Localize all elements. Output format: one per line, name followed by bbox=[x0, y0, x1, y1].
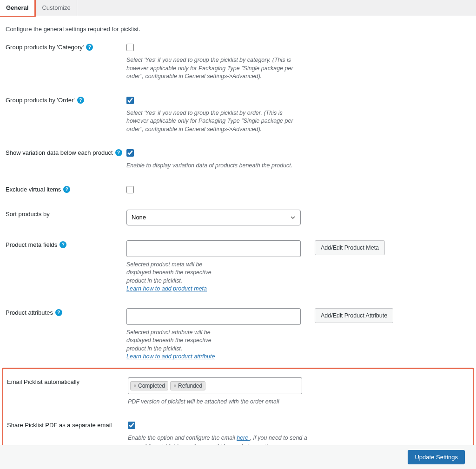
row-email-auto: Email Picklist automatically Completed R… bbox=[7, 377, 342, 406]
link-configure-email[interactable]: here bbox=[237, 435, 250, 441]
input-meta-fields[interactable] bbox=[126, 240, 301, 257]
row-variation: Show variation data below each product ?… bbox=[6, 148, 340, 170]
desc-group-order: Select 'Yes' if you need to group the pi… bbox=[126, 109, 298, 134]
help-icon[interactable]: ? bbox=[60, 241, 66, 248]
desc-variation: Enable to display variation data of prod… bbox=[126, 162, 298, 170]
checkbox-variation[interactable] bbox=[126, 149, 134, 157]
label-group-category: Group products by 'Category' ? bbox=[6, 43, 126, 51]
label-share-pdf: Share Picklist PDF as a separate email bbox=[7, 421, 128, 429]
label-meta: Product meta fields ? bbox=[6, 240, 126, 248]
row-meta: Product meta fields ? Selected product m… bbox=[6, 240, 340, 293]
checkbox-exclude-virtual[interactable] bbox=[126, 186, 134, 193]
checkbox-share-pdf[interactable] bbox=[128, 422, 135, 429]
desc-group-category: Select 'Yes' if you need to group the pi… bbox=[126, 56, 298, 81]
row-attributes: Product attributes ? Selected product at… bbox=[6, 308, 340, 361]
tab-bar: General Customize bbox=[0, 0, 476, 16]
row-exclude-virtual: Exclude virtual items ? bbox=[6, 185, 340, 195]
label-variation: Show variation data below each product ? bbox=[6, 148, 126, 156]
desc-email-auto: PDF version of picklist will be attached… bbox=[128, 398, 323, 406]
label-group-order: Group products by 'Order' ? bbox=[6, 96, 126, 104]
select-sort[interactable]: None bbox=[126, 210, 301, 225]
label-sort: Sort products by bbox=[6, 210, 126, 218]
checkbox-group-order[interactable] bbox=[126, 97, 134, 104]
help-icon[interactable]: ? bbox=[63, 186, 70, 193]
row-group-category: Group products by 'Category' ? Select 'Y… bbox=[6, 43, 340, 81]
checkbox-group-category[interactable] bbox=[126, 44, 134, 51]
row-group-order: Group products by 'Order' ? Select 'Yes'… bbox=[6, 96, 340, 134]
update-settings-button[interactable]: Update Settings bbox=[408, 450, 465, 464]
desc-meta: Selected product meta will be displayed … bbox=[126, 261, 224, 293]
tab-general[interactable]: General bbox=[0, 0, 34, 16]
intro-text: Configure the general settings required … bbox=[6, 26, 470, 33]
input-attributes[interactable] bbox=[126, 308, 301, 325]
tab-customize[interactable]: Customize bbox=[36, 0, 77, 16]
link-attributes-learn[interactable]: Learn how to add product attribute bbox=[126, 353, 215, 360]
label-email-auto: Email Picklist automatically bbox=[7, 377, 128, 385]
help-icon[interactable]: ? bbox=[77, 97, 84, 104]
input-email-statuses[interactable]: Completed Refunded bbox=[128, 377, 302, 394]
label-exclude-virtual: Exclude virtual items ? bbox=[6, 185, 126, 193]
help-icon[interactable]: ? bbox=[55, 309, 62, 316]
help-icon[interactable]: ? bbox=[115, 149, 122, 156]
tab-general-highlight: General bbox=[0, 0, 36, 17]
row-sort: Sort products by None bbox=[6, 210, 340, 225]
tag-refunded[interactable]: Refunded bbox=[170, 381, 205, 390]
tag-completed[interactable]: Completed bbox=[130, 381, 168, 390]
link-meta-learn[interactable]: Learn how to add product meta bbox=[126, 285, 207, 292]
label-attributes: Product attributes ? bbox=[6, 308, 126, 316]
settings-content: Configure the general settings required … bbox=[0, 16, 476, 469]
footer-bar: Update Settings bbox=[0, 445, 476, 469]
help-icon[interactable]: ? bbox=[86, 44, 93, 51]
add-edit-meta-button[interactable]: Add/Edit Product Meta bbox=[315, 240, 385, 255]
desc-attributes: Selected product attribute will be displ… bbox=[126, 329, 224, 361]
add-edit-attribute-button[interactable]: Add/Edit Product Attribute bbox=[315, 308, 393, 323]
